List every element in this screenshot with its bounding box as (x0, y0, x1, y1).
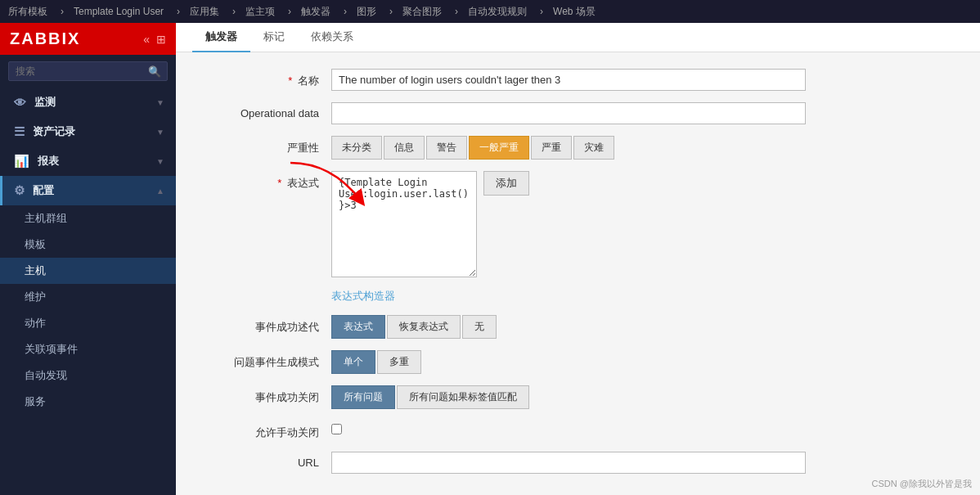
name-label: * 名称 (200, 69, 331, 88)
sidebar-item-hosts[interactable]: 主机 (0, 258, 176, 284)
sidebar-item-templates[interactable]: 模板 (0, 232, 176, 258)
allow-manual-checkbox[interactable] (331, 424, 342, 434)
sidebar-item-monitor[interactable]: 👁 监测 ▼ (0, 88, 176, 117)
ok-close-row: 事件成功关闭 所有问题 所有问题如果标签值匹配 (200, 385, 955, 409)
ok-close-tag-match[interactable]: 所有问题如果标签值匹配 (397, 385, 529, 409)
url-label: URL (200, 452, 331, 469)
reports-icon: 📊 (14, 154, 29, 169)
opdata-row: Operational data (200, 102, 955, 124)
breadcrumb-items[interactable]: 监主项 (245, 5, 275, 19)
add-button[interactable]: 添加 (483, 171, 529, 196)
sidebar-item-actions[interactable]: 动作 (0, 310, 176, 336)
layout-icon[interactable]: ⊞ (156, 33, 166, 46)
problem-gen-label: 问题事件生成模式 (200, 350, 331, 370)
assets-label: 资产记录 (33, 124, 75, 139)
allow-manual-label: 允许手动关闭 (200, 421, 331, 440)
sidebar-item-correlations[interactable]: 关联项事件 (0, 336, 176, 362)
tab-triggers[interactable]: 触发器 (192, 23, 250, 52)
tab-tags[interactable]: 标记 (250, 23, 298, 52)
sidebar-item-discovery[interactable]: 自动发现 (0, 362, 176, 389)
config-chevron: ▲ (156, 187, 164, 196)
opdata-label: Operational data (200, 102, 331, 119)
hostgroups-label: 主机群组 (25, 211, 67, 226)
severity-group: 未分类 信息 警告 一般严重 严重 灾难 (331, 136, 614, 160)
breadcrumb-triggers[interactable]: 触发器 (301, 5, 330, 19)
logo-icons: « ⊞ (143, 33, 166, 46)
breadcrumb-web[interactable]: Web 场景 (553, 5, 596, 19)
reports-chevron: ▼ (156, 157, 164, 166)
opdata-input[interactable] (331, 102, 806, 124)
event-success-row: 事件成功述代 表达式 恢复表达式 无 (200, 315, 955, 339)
problem-gen-group: 单个 多重 (331, 350, 421, 374)
severity-label: 严重性 (200, 136, 331, 155)
form-area: * 名称 Operational data 严重性 未分类 信息 (176, 52, 980, 495)
ok-close-all[interactable]: 所有问题 (331, 385, 395, 409)
expr-required: * (277, 177, 281, 189)
event-success-none[interactable]: 无 (462, 315, 497, 339)
sidebar-item-reports[interactable]: 📊 报表 ▼ (0, 146, 176, 176)
event-success-label: 事件成功述代 (200, 315, 331, 335)
main-layout: ZABBIX « ⊞ 🔍 👁 监测 ▼ ☰ 资产记录 ▼ 📊 (0, 23, 980, 495)
config-label: 配置 (33, 183, 54, 198)
tabs-bar: 触发器 标记 依赖关系 (176, 23, 980, 52)
sidebar-item-hostgroups[interactable]: 主机群组 (0, 205, 176, 232)
sidebar-item-maintenance[interactable]: 维护 (0, 284, 176, 310)
expr-builder-link[interactable]: 表达式构造器 (331, 289, 395, 304)
expression-row: * 表达式 {Template Login User:login.user.la… (200, 171, 955, 277)
discovery-label: 自动发现 (25, 368, 67, 383)
reports-label: 报表 (38, 154, 59, 169)
breadcrumb-auto[interactable]: 自动发现规则 (468, 5, 527, 19)
breadcrumb-graphs[interactable]: 图形 (357, 5, 376, 19)
expr-label: * 表达式 (200, 171, 331, 191)
url-input[interactable] (331, 452, 806, 474)
breadcrumb-template[interactable]: Template Login User (74, 6, 164, 17)
sidebar-item-services[interactable]: 服务 (0, 389, 176, 415)
monitor-chevron: ▼ (156, 98, 164, 107)
severity-average[interactable]: 一般严重 (469, 136, 529, 160)
severity-disaster[interactable]: 灾难 (573, 136, 614, 160)
expression-area: {Template Login User:login.user.last()}>… (331, 171, 529, 277)
breadcrumb-appsets[interactable]: 应用集 (190, 5, 219, 19)
event-success-recovery[interactable]: 恢复表达式 (387, 315, 461, 339)
collapse-icon[interactable]: « (143, 33, 150, 46)
event-success-expression[interactable]: 表达式 (331, 315, 385, 339)
event-success-group: 表达式 恢复表达式 无 (331, 315, 497, 339)
ok-close-label: 事件成功关闭 (200, 385, 331, 405)
breadcrumb-screens[interactable]: 聚合图形 (402, 5, 442, 19)
hosts-label: 主机 (25, 263, 46, 278)
name-input[interactable] (331, 69, 806, 91)
expression-textarea[interactable]: {Template Login User:login.user.last()}>… (331, 171, 477, 277)
allow-manual-checkbox-wrap (331, 421, 342, 434)
search-icon: 🔍 (148, 65, 161, 78)
logo-text: ZABBIX (10, 29, 80, 48)
problem-gen-row: 问题事件生成模式 单个 多重 (200, 350, 955, 374)
assets-chevron: ▼ (156, 128, 164, 137)
actions-label: 动作 (25, 316, 46, 331)
monitor-icon: 👁 (14, 96, 26, 110)
problem-gen-single[interactable]: 单个 (331, 350, 375, 374)
severity-unclassified[interactable]: 未分类 (331, 136, 382, 160)
tab-dependencies[interactable]: 依赖关系 (298, 23, 366, 52)
allow-manual-row: 允许手动关闭 (200, 421, 955, 440)
severity-info[interactable]: 信息 (384, 136, 425, 160)
content-area: 触发器 标记 依赖关系 * 名称 Operational data (176, 23, 980, 495)
name-required: * (288, 74, 292, 87)
name-row: * 名称 (200, 69, 955, 91)
sidebar: ZABBIX « ⊞ 🔍 👁 监测 ▼ ☰ 资产记录 ▼ 📊 (0, 23, 176, 495)
sidebar-search-wrapper: 🔍 (8, 61, 168, 81)
sidebar-search-container: 🔍 (0, 55, 176, 88)
severity-warning[interactable]: 警告 (426, 136, 467, 160)
problem-gen-multiple[interactable]: 多重 (377, 350, 421, 374)
monitor-label: 监测 (34, 95, 56, 110)
maintenance-label: 维护 (25, 290, 46, 304)
templates-label: 模板 (25, 237, 46, 252)
search-input[interactable] (8, 61, 168, 81)
config-icon: ⚙ (14, 183, 25, 198)
severity-high[interactable]: 严重 (531, 136, 572, 160)
breadcrumb-all[interactable]: 所有模板 (8, 5, 47, 19)
sidebar-item-assets[interactable]: ☰ 资产记录 ▼ (0, 117, 176, 146)
sidebar-logo: ZABBIX « ⊞ (0, 23, 176, 55)
severity-row: 严重性 未分类 信息 警告 一般严重 严重 灾难 (200, 136, 955, 160)
services-label: 服务 (25, 394, 46, 409)
sidebar-item-config[interactable]: ⚙ 配置 ▲ (0, 176, 176, 205)
